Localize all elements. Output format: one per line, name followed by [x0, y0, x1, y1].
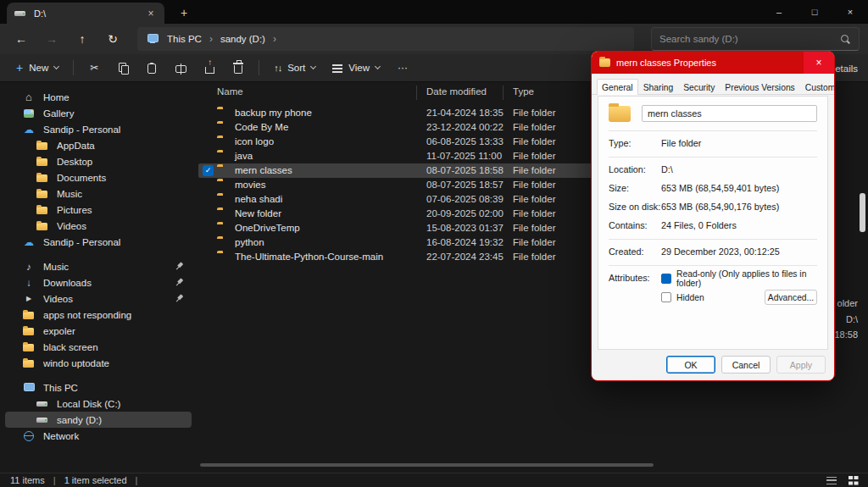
- file-row[interactable]: java11-07-2025 11:00File folder: [198, 149, 657, 163]
- up-button[interactable]: ↑: [70, 28, 95, 50]
- dialog-tab-security[interactable]: Security: [678, 79, 720, 95]
- file-name: movies: [235, 178, 265, 192]
- file-row[interactable]: neha shadi07-06-2025 08:39File folder: [198, 192, 657, 207]
- details-view-icon[interactable]: [826, 477, 837, 484]
- field-label: Size:: [609, 183, 661, 194]
- new-tab-button[interactable]: +: [175, 3, 193, 22]
- column-header-type[interactable]: Type: [513, 86, 534, 97]
- dialog-tab-general[interactable]: General: [597, 79, 638, 95]
- properties-dialog: mern classes Properties × GeneralSharing…: [591, 51, 835, 381]
- folder-icon: [36, 140, 49, 152]
- share-button[interactable]: [196, 57, 223, 79]
- column-header-name[interactable]: Name: [217, 86, 243, 97]
- sidebar-item-music[interactable]: ♪Music: [5, 258, 192, 274]
- sidebar-item-pictures[interactable]: Pictures: [5, 202, 192, 218]
- view-button[interactable]: View: [325, 57, 387, 79]
- back-button[interactable]: ←: [8, 28, 34, 50]
- explorer-tab[interactable]: D:\ ×: [7, 3, 164, 24]
- column-header-date-modified[interactable]: Date modified: [426, 86, 487, 97]
- titlebar: D:\ × + – □ ×: [0, 0, 868, 24]
- dialog-tab-previous-versions[interactable]: Previous Versions: [720, 79, 799, 95]
- dialog-title: mern classes Properties: [616, 58, 798, 68]
- file-name: OneDriveTemp: [235, 221, 300, 235]
- sidebar-item-label: Music: [57, 189, 183, 199]
- separator: [609, 130, 817, 131]
- hidden-checkbox[interactable]: [661, 292, 671, 302]
- tab-close-icon[interactable]: ×: [144, 7, 158, 20]
- sidebar-item-label: Downloads: [43, 278, 167, 288]
- minimize-button[interactable]: –: [761, 0, 797, 24]
- file-row[interactable]: python16-08-2024 19:32File folder: [198, 235, 657, 250]
- field-label: Size on disk:: [609, 202, 661, 213]
- delete-button[interactable]: [225, 57, 252, 79]
- sidebar-item-home[interactable]: ⌂Home: [5, 89, 192, 105]
- folder-name-row: [609, 105, 817, 122]
- dialog-tab-customize[interactable]: Customize: [800, 79, 835, 95]
- folder-icon: [22, 341, 36, 353]
- sidebar-item-appdata[interactable]: AppData: [5, 137, 192, 153]
- horizontal-scrollbar[interactable]: [200, 463, 654, 467]
- copy-button[interactable]: [109, 57, 136, 79]
- sidebar-item-black-screen[interactable]: black screen: [5, 339, 192, 355]
- refresh-button[interactable]: ↻: [100, 28, 125, 50]
- attribute-checkboxes: Read-only (Only applies to files in fold…: [661, 273, 817, 310]
- file-row[interactable]: ✓mern classes08-07-2025 18:58File folder: [198, 163, 657, 178]
- breadcrumb-this-pc[interactable]: This PC: [167, 34, 202, 44]
- advanced-button[interactable]: Advanced...: [765, 290, 817, 305]
- sidebar-item-sandip-personal[interactable]: ☁Sandip - Personal: [5, 234, 192, 250]
- selection-count: 1 item selected: [64, 475, 127, 485]
- cancel-button[interactable]: Cancel: [721, 356, 771, 374]
- forward-button[interactable]: →: [39, 28, 64, 50]
- readonly-row: Read-only (Only applies to files in fold…: [661, 273, 817, 285]
- sidebar-item-gallery[interactable]: Gallery: [5, 105, 192, 121]
- cut-button[interactable]: ✂: [81, 57, 108, 79]
- paste-button[interactable]: [138, 57, 165, 79]
- sidebar-item-sandy-d[interactable]: sandy (D:): [5, 412, 192, 428]
- new-button[interactable]: + New: [8, 57, 66, 79]
- sidebar-item-expoler[interactable]: expoler: [5, 323, 192, 339]
- apply-button[interactable]: Apply: [776, 356, 826, 374]
- dialog-close-button[interactable]: ×: [804, 52, 834, 74]
- vertical-scrollbar[interactable]: [860, 193, 865, 232]
- checked-checkbox-icon[interactable]: ✓: [203, 165, 214, 176]
- sidebar-item-videos[interactable]: ▶Videos: [5, 291, 192, 307]
- sort-button[interactable]: ↑↓ Sort: [266, 57, 323, 79]
- sidebar-item-windo-uptodate[interactable]: windo uptodate: [5, 355, 192, 371]
- ok-button[interactable]: OK: [666, 356, 715, 374]
- thumbnail-view-icon[interactable]: [849, 476, 858, 485]
- file-row[interactable]: backup my phone21-04-2024 18:35File fold…: [198, 106, 657, 120]
- details-pane-fragment: D:\: [846, 314, 858, 324]
- more-button[interactable]: ···: [389, 57, 416, 79]
- sidebar-item-label: Videos: [57, 221, 183, 231]
- rename-button[interactable]: [167, 57, 194, 79]
- sidebar-item-local-disk-c[interactable]: Local Disk (C:): [5, 396, 192, 412]
- file-row[interactable]: The-Ultimate-Python-Course-main22-07-202…: [198, 250, 657, 264]
- file-row[interactable]: movies08-07-2025 18:57File folder: [198, 178, 657, 192]
- search-input[interactable]: [659, 34, 835, 44]
- sidebar-item-this-pc[interactable]: This PC: [5, 379, 192, 396]
- file-type: File folder: [513, 178, 556, 192]
- sidebar-item-desktop[interactable]: Desktop: [5, 153, 192, 169]
- breadcrumb-drive[interactable]: sandy (D:): [220, 34, 265, 44]
- search-box: [651, 27, 860, 51]
- field-value: File folder: [661, 138, 701, 149]
- file-row[interactable]: OneDriveTemp15-08-2023 01:37File folder: [198, 221, 657, 235]
- file-row[interactable]: New folder20-09-2025 02:00File folder: [198, 207, 657, 221]
- sidebar-item-network[interactable]: Network: [5, 428, 192, 444]
- sidebar-item-apps-not-responding[interactable]: apps not responding: [5, 307, 192, 323]
- sidebar-item-documents[interactable]: Documents: [5, 169, 192, 185]
- close-button[interactable]: ×: [832, 0, 868, 24]
- readonly-checkbox[interactable]: [661, 274, 671, 284]
- sidebar-item-downloads[interactable]: ↓Downloads: [5, 274, 192, 291]
- file-row[interactable]: Code By Me23-12-2024 00:22File folder: [198, 120, 657, 135]
- sidebar-item-videos[interactable]: Videos: [5, 218, 192, 234]
- folder-name-input[interactable]: [642, 105, 817, 122]
- sidebar-item-music[interactable]: Music: [5, 185, 192, 202]
- sidebar-item-sandip-personal[interactable]: ☁Sandip - Personal: [5, 121, 192, 137]
- folder-icon: [609, 106, 631, 122]
- file-row[interactable]: icon logo06-08-2025 13:33File folder: [198, 135, 657, 149]
- view-icon: [332, 64, 342, 73]
- maximize-button[interactable]: □: [797, 0, 832, 24]
- dialog-tab-sharing[interactable]: Sharing: [638, 79, 679, 95]
- search-icon[interactable]: [840, 34, 851, 45]
